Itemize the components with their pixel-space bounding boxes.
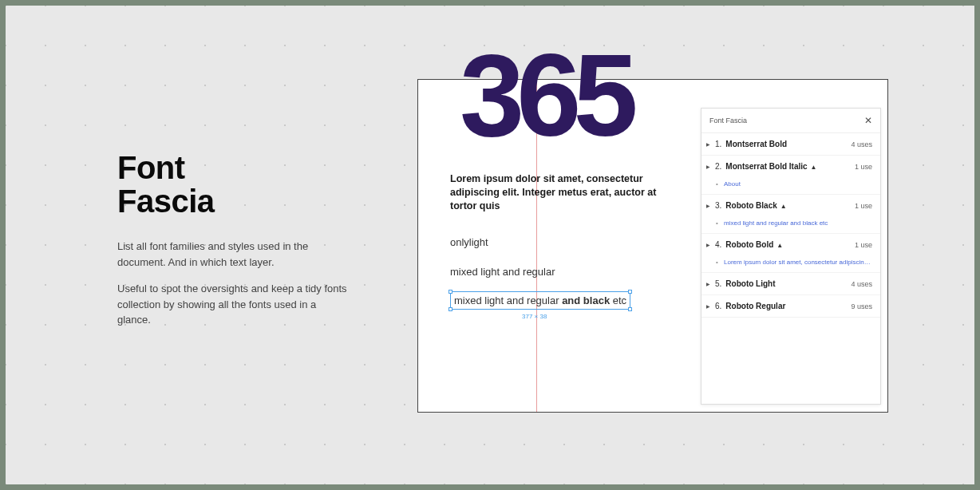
row-index: 1.	[715, 140, 721, 148]
uses-count: 1 use	[855, 241, 872, 249]
font-row-5[interactable]: ▶ 5. Roboto Light 4 uses	[701, 273, 880, 295]
sample2-light: mixed light	[450, 266, 503, 278]
close-icon[interactable]: ✕	[864, 115, 872, 126]
expand-icon[interactable]: ▶	[706, 242, 711, 247]
expand-icon[interactable]: ▶	[706, 203, 711, 208]
uses-count: 4 uses	[851, 140, 872, 148]
font-row-3[interactable]: ▶ 3. Roboto Black▲ 1 use	[701, 195, 880, 216]
expand-icon[interactable]: ▶	[706, 303, 711, 309]
warning-icon: ▲	[811, 164, 817, 171]
sample-text-1: onlylight	[450, 236, 488, 248]
font-name: Roboto Bold▲	[725, 240, 855, 249]
plugin-title: Font Fascia	[117, 151, 349, 218]
row-index: 5.	[715, 279, 721, 288]
uses-count: 4 uses	[851, 280, 872, 288]
font-name: Montserrat Bold Italic▲	[725, 162, 855, 171]
title-line-1: Font	[117, 151, 349, 184]
selected-text-layer[interactable]: mixed light and regular and black etc	[450, 291, 630, 310]
font-name: Montserrat Bold	[725, 140, 851, 148]
sample3-tail: etc	[613, 294, 626, 306]
body-paragraph: Lorem ipsum dolor sit amet, consectetur …	[450, 172, 662, 213]
font-row-4[interactable]: ▶ 4. Roboto Bold▲ 1 use	[701, 234, 880, 255]
sample2-regular: and regular	[503, 266, 555, 278]
title-line-2: Fascia	[117, 184, 349, 218]
row-index: 3.	[715, 201, 721, 210]
warning-icon: ▲	[780, 203, 787, 210]
font-name: Roboto Regular	[725, 302, 851, 310]
selection-handle-br[interactable]	[628, 307, 632, 311]
font-name: Roboto Light	[725, 279, 851, 288]
sample3-light: mixed light	[454, 294, 507, 306]
sample3-black: and black	[562, 294, 613, 306]
description-1: List all font families and styles used i…	[117, 239, 349, 270]
row-index: 2.	[715, 162, 721, 171]
sample-text-2: mixed light and regular	[450, 266, 555, 278]
selection-handle-tr[interactable]	[628, 290, 632, 294]
canvas-preview: 365 Lorem ipsum dolor sit amet, consecte…	[417, 79, 888, 413]
font-fascia-panel: Font Fascia ✕ ▶ 1. Montserrat Bold 4 use…	[701, 108, 881, 405]
description-2: Useful to spot the oversights and keep a…	[117, 281, 349, 328]
font-row-6[interactable]: ▶ 6. Roboto Regular 9 uses	[701, 295, 880, 318]
row-index: 4.	[715, 240, 721, 249]
font-name: Roboto Black▲	[725, 201, 855, 210]
selection-dimensions: 377 × 38	[522, 313, 547, 320]
panel-title: Font Fascia	[709, 117, 747, 124]
selection-handle-tl[interactable]	[449, 290, 452, 294]
page-background: Font Fascia List all font families and s…	[6, 6, 974, 484]
warning-icon: ▲	[776, 242, 783, 249]
font-row-1[interactable]: ▶ 1. Montserrat Bold 4 uses	[701, 133, 880, 156]
expand-icon[interactable]: ▶	[706, 164, 711, 169]
row-index: 6.	[715, 302, 721, 310]
layer-link-mixed[interactable]: mixed light and regular and black etc	[701, 216, 880, 234]
selection-handle-bl[interactable]	[449, 307, 452, 311]
panel-header: Font Fascia ✕	[701, 109, 880, 133]
large-number-text: 365	[460, 29, 630, 163]
uses-count: 9 uses	[851, 302, 872, 310]
layer-link-about[interactable]: About	[701, 177, 880, 195]
uses-count: 1 use	[855, 163, 872, 171]
expand-icon[interactable]: ▶	[706, 281, 711, 286]
expand-icon[interactable]: ▶	[706, 141, 711, 147]
font-row-2[interactable]: ▶ 2. Montserrat Bold Italic▲ 1 use	[701, 156, 880, 177]
sample3-regular: and regular	[507, 294, 562, 306]
layer-link-lorem[interactable]: Lorem ipsum dolor sit amet, consectetur …	[701, 255, 880, 273]
uses-count: 1 use	[855, 202, 872, 210]
